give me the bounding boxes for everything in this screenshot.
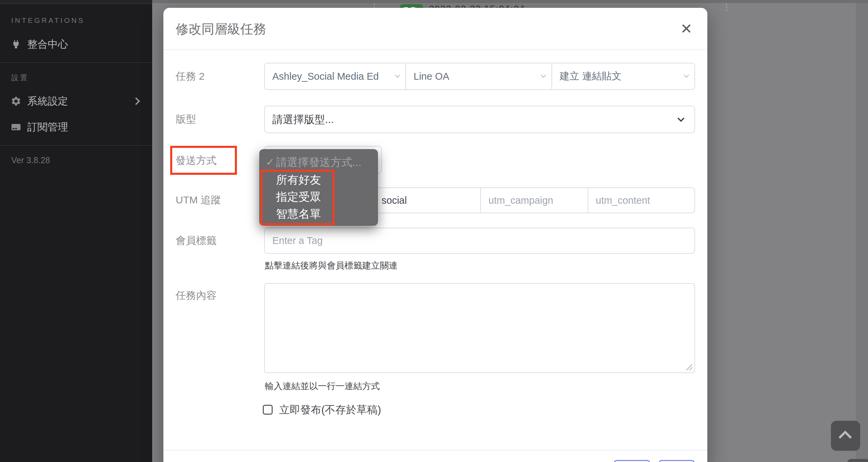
template-label: 版型	[176, 112, 261, 126]
credit-card-icon	[11, 122, 21, 133]
annotation-box-send-method-label: 發送方式	[170, 146, 237, 175]
dropdown-option-all-friends[interactable]: 所有好友	[260, 171, 377, 188]
chevron-down-icon	[684, 73, 689, 78]
footer-primary-button[interactable]	[659, 460, 695, 462]
member-tag-label: 會員標籤	[176, 234, 261, 247]
member-tag-helper-text: 點擊連結後將與會員標籤建立關連	[265, 260, 398, 272]
template-placeholder-text: 請選擇版型...	[272, 106, 334, 133]
modal-header: 修改同層級任務 ✕	[163, 8, 707, 50]
check-icon: ✓	[266, 154, 274, 171]
gear-icon	[11, 96, 21, 107]
chevron-right-icon	[132, 97, 140, 105]
sidebar-section-integrations: INTEGRATIONS	[11, 16, 85, 25]
task-account-value: Ashley_Social Media Ed	[272, 63, 391, 89]
utm-campaign-input[interactable]	[481, 188, 588, 213]
background-top-bar	[152, 0, 868, 3]
scroll-to-top-button[interactable]	[831, 421, 860, 451]
task-action-select[interactable]: 建立 連結貼文	[551, 63, 694, 89]
template-select[interactable]: 請選擇版型...	[264, 106, 695, 133]
dropdown-placeholder-text: 請選擇發送方式...	[276, 154, 361, 171]
sidebar-item-label: 整合中心	[27, 36, 68, 52]
background-right-panel-edge	[856, 3, 868, 462]
publish-now-label: 立即發布(不存於草稿)	[279, 404, 381, 416]
sidebar-divider	[0, 145, 152, 146]
footer-secondary-button[interactable]	[614, 460, 650, 462]
task-channel-select[interactable]: Line OA	[405, 63, 551, 89]
task-account-select[interactable]: Ashley_Social Media Ed	[265, 63, 405, 89]
publish-now-checkbox[interactable]	[263, 405, 273, 415]
modal-title: 修改同層級任務	[176, 8, 266, 50]
screen: 2022-02-23 15:04:04 INTEGRATIONS 整合中心 設置…	[0, 0, 868, 462]
scroll-to-bottom-button[interactable]	[847, 459, 868, 462]
app-version-text: Ver 3.8.28	[11, 155, 50, 165]
utm-label: UTM 追蹤	[176, 193, 261, 207]
sidebar-item-system-settings[interactable]: 系統設定	[0, 93, 152, 109]
member-tag-input[interactable]	[265, 228, 694, 253]
task-label: 任務 2	[176, 70, 261, 83]
utm-content-input[interactable]	[588, 188, 694, 213]
chevron-down-icon	[677, 114, 685, 122]
task-content-label: 任務內容	[176, 289, 261, 302]
resize-handle-icon[interactable]	[686, 364, 692, 370]
dropdown-option-target-audience[interactable]: 指定受眾	[260, 188, 377, 205]
close-icon[interactable]: ✕	[680, 20, 692, 38]
task-content-textarea[interactable]	[264, 283, 695, 373]
dropdown-option-smart-list[interactable]: 智慧名單	[260, 205, 377, 222]
send-method-dropdown-popup: ✓ 請選擇發送方式... 所有好友 指定受眾 智慧名單	[259, 149, 378, 226]
sidebar-item-subscription[interactable]: 訂閱管理	[0, 119, 152, 135]
task-channel-value: Line OA	[414, 63, 537, 89]
plug-icon	[11, 39, 21, 50]
sidebar-top-divider	[0, 0, 152, 4]
chevron-down-icon	[395, 73, 400, 78]
modal-footer	[163, 450, 707, 462]
send-method-label: 發送方式	[176, 154, 261, 167]
sidebar-item-label: 系統設定	[27, 93, 68, 109]
sidebar-item-integration-center[interactable]: 整合中心	[0, 36, 152, 52]
sidebar-section-settings: 設置	[11, 73, 29, 82]
chevron-down-icon	[541, 73, 546, 78]
chevron-up-icon	[838, 430, 852, 444]
sidebar-divider	[0, 62, 152, 63]
task-action-value: 建立 連結貼文	[560, 63, 680, 89]
task-select-group: Ashley_Social Media Ed Line OA 建立 連結貼文	[264, 63, 695, 90]
dropdown-option-placeholder[interactable]: ✓ 請選擇發送方式...	[260, 154, 377, 171]
utm-content-cell	[588, 188, 694, 213]
member-tag-field	[264, 228, 695, 254]
sidebar-item-label: 訂閱管理	[27, 119, 68, 135]
edit-sibling-task-modal: 修改同層級任務 ✕ 任務 2 Ashley_Social Media Ed Li…	[163, 8, 707, 462]
utm-campaign-cell	[480, 188, 588, 213]
task-content-helper-text: 輸入連結並以一行一連結方式	[265, 380, 380, 392]
sidebar: INTEGRATIONS 整合中心 設置 系統設定 訂閱管理 Ver 3.8.2…	[0, 0, 152, 462]
flow-dashed-connector	[726, 3, 727, 11]
